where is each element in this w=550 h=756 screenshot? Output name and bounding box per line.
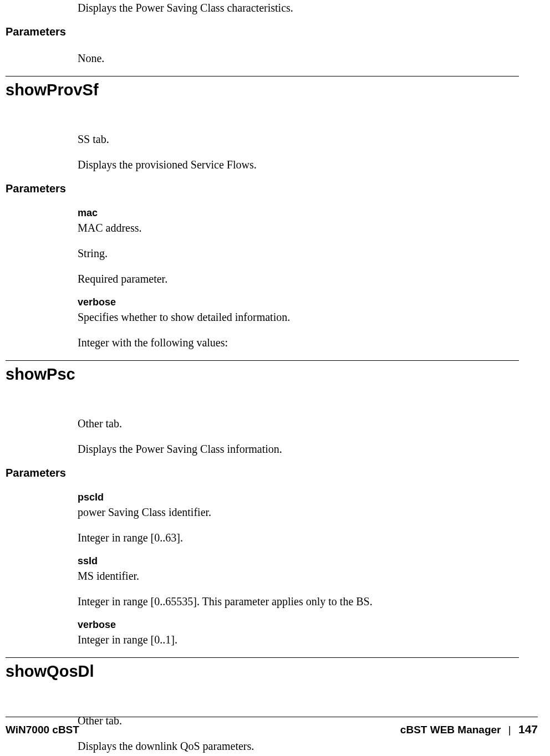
param-name-verbose: verbose: [78, 619, 519, 631]
footer-separator: |: [504, 724, 516, 735]
footer-product: WiN7000 cBST: [6, 724, 79, 736]
section-desc: Displays the provisioned Service Flows.: [78, 157, 519, 172]
footer-page-number: 147: [518, 723, 538, 735]
param-desc: Integer in range [0..65535]. This parame…: [78, 594, 519, 609]
param-desc: Integer with the following values:: [78, 335, 519, 350]
param-name-verbose: verbose: [78, 297, 519, 308]
param-desc: String.: [78, 246, 519, 261]
page-footer: WiN7000 cBST cBST WEB Manager | 147: [6, 717, 538, 736]
tab-label: SS tab.: [78, 131, 519, 147]
param-name-mac: mac: [78, 207, 519, 219]
param-desc: Integer in range [0..63].: [78, 530, 519, 545]
section-divider: [6, 657, 519, 658]
intro-params-text: None.: [78, 50, 519, 66]
param-name-pscid: pscId: [78, 492, 519, 503]
page-content: Displays the Power Saving Class characte…: [0, 0, 550, 754]
param-desc: MS identifier.: [78, 568, 519, 584]
section-divider: [6, 76, 519, 76]
parameters-heading: Parameters: [6, 467, 519, 479]
param-desc: power Saving Class identifier.: [78, 504, 519, 520]
param-desc: Integer in range [0..1].: [78, 632, 519, 647]
intro-desc: Displays the Power Saving Class characte…: [78, 0, 519, 16]
param-desc: Specifies whether to show detailed infor…: [78, 309, 519, 325]
section-title-showprovsf: showProvSf: [6, 81, 519, 99]
param-desc: Required parameter.: [78, 271, 519, 287]
section-desc: Displays the downlink QoS parameters.: [78, 738, 519, 754]
section-title-showpsc: showPsc: [6, 365, 519, 384]
tab-label: Other tab.: [78, 416, 519, 431]
param-desc: MAC address.: [78, 220, 519, 236]
parameters-heading: Parameters: [6, 182, 519, 195]
section-desc: Displays the Power Saving Class informat…: [78, 441, 519, 457]
footer-manual-title: cBST WEB Manager: [400, 724, 501, 735]
section-title-showqosdl: showQosDl: [6, 662, 519, 681]
param-name-ssid: ssId: [78, 555, 519, 567]
section-divider: [6, 360, 519, 361]
parameters-heading: Parameters: [6, 25, 519, 38]
footer-right: cBST WEB Manager | 147: [400, 723, 538, 736]
